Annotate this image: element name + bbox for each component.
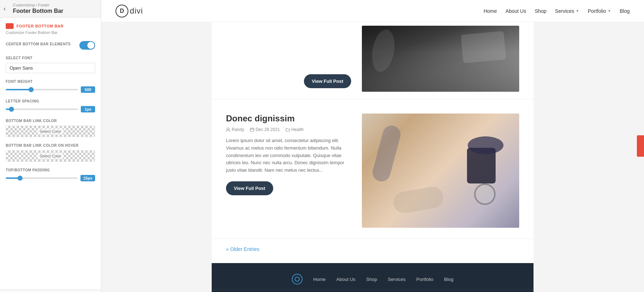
breadcrumb: Customizing • Footer <box>13 3 97 7</box>
top-bottom-padding-control: TOP/BOTTOM PADDING 15px <box>6 168 95 181</box>
panel-title: Footer Bottom Bar <box>13 8 97 14</box>
back-arrow-button[interactable]: ‹ <box>4 5 6 12</box>
calendar-icon <box>250 127 254 132</box>
right-content-area: D divi Home About Us Shop Services ▼ Por… <box>101 0 644 292</box>
bottom-bar-link-hover-color-placeholder: Select Color <box>38 153 63 159</box>
toggle-knob <box>87 42 94 49</box>
panel-top-bar: ‹ Customizing • Footer Footer Bottom Bar <box>0 0 101 17</box>
post-1-title: Donec dignissim <box>226 114 351 124</box>
older-entries-link[interactable]: « Older Entries <box>226 246 259 252</box>
bottom-bar-link-hover-color-control: BOTTOM BAR LINK COLOR ON HOVER Select Co… <box>6 144 95 162</box>
center-bottom-bar-toggle[interactable] <box>79 41 95 50</box>
view-full-post-button-2[interactable]: View Full Post <box>226 181 273 195</box>
portfolio-dropdown-arrow: ▼ <box>608 9 611 13</box>
letter-spacing-slider-row: 1px <box>6 106 95 112</box>
letter-spacing-track[interactable] <box>6 109 78 110</box>
footer-bottom-bar: Designed by Elegant Themes | Powered by … <box>212 290 534 292</box>
section-subtitle: Customize Footer Bottom Bar. <box>6 30 95 35</box>
footer-nav-home[interactable]: Home <box>313 277 326 282</box>
bottom-bar-link-color-control: BOTTOM BAR LINK COLOR Select Color <box>6 119 95 137</box>
font-weight-thumb[interactable] <box>29 87 34 92</box>
post-image-top <box>362 26 519 92</box>
bottom-bar-link-hover-color-label: BOTTOM BAR LINK COLOR ON HOVER <box>6 144 95 147</box>
select-font-label: SELECT FONT <box>6 56 95 60</box>
font-weight-control: FONT WEIGHT 500 <box>6 80 95 93</box>
center-bottom-bar-control: CENTER BOTTOM BAR ELEMENTS <box>6 41 95 50</box>
font-select-input[interactable] <box>6 63 95 73</box>
nav-logo-text: divi <box>130 6 143 16</box>
svg-point-7 <box>227 128 229 130</box>
panel-footer: ◀ Hide Controls <box>0 290 101 292</box>
blog-post-top-partial: View Full Post <box>212 22 534 99</box>
blog-post-1: Donec dignissim Randy <box>212 103 534 239</box>
panel-body: FOOTER BOTTOM BAR Customize Footer Botto… <box>0 17 101 290</box>
services-dropdown-arrow: ▼ <box>576 9 579 13</box>
footer-nav-blog[interactable]: Blog <box>444 277 453 282</box>
site-footer: Home About Us Shop Services Portfolio Bl… <box>212 263 534 292</box>
nav-item-shop[interactable]: Shop <box>535 8 546 14</box>
post-1-image <box>362 114 519 228</box>
post-1-author-meta: Randy <box>226 127 244 132</box>
folder-icon <box>286 127 290 132</box>
nav-menu: Home About Us Shop Services ▼ Portfolio … <box>483 8 630 14</box>
nav-item-about[interactable]: About Us <box>506 8 526 14</box>
section-icon <box>6 23 14 29</box>
letter-spacing-thumb[interactable] <box>9 107 14 112</box>
footer-logo-inner <box>295 277 300 282</box>
center-bottom-bar-label: CENTER BOTTOM BAR ELEMENTS <box>6 42 71 46</box>
older-entries-section: « Older Entries <box>212 239 534 263</box>
bottom-bar-link-color-placeholder: Select Color <box>38 129 63 134</box>
footer-nav-about[interactable]: About Us <box>336 277 355 282</box>
blog-posts: View Full Post Donec dignissim <box>212 22 534 263</box>
bottom-bar-link-hover-color-swatch[interactable]: Select Color <box>6 150 95 162</box>
nav-item-services[interactable]: Services ▼ <box>555 8 579 14</box>
navbar: D divi Home About Us Shop Services ▼ Por… <box>101 0 644 22</box>
author-icon <box>226 127 230 132</box>
letter-spacing-value: 1px <box>81 106 95 112</box>
letter-spacing-control: LETTER SPACING 1px <box>6 99 95 112</box>
top-bottom-padding-label: TOP/BOTTOM PADDING <box>6 168 95 172</box>
nav-item-blog[interactable]: Blog <box>620 8 630 14</box>
view-full-post-button-1[interactable]: View Full Post <box>304 74 351 88</box>
nav-item-portfolio[interactable]: Portfolio ▼ <box>588 8 611 14</box>
top-bottom-padding-slider-row: 15px <box>6 175 95 181</box>
font-weight-value: 500 <box>81 86 95 93</box>
font-weight-slider-row: 500 <box>6 86 95 93</box>
font-weight-track[interactable] <box>6 89 78 90</box>
post-1-meta: Randy Dec 28 2021 <box>226 127 351 132</box>
right-edge-accent <box>637 135 644 157</box>
left-customizer-panel: ‹ Customizing • Footer Footer Bottom Bar… <box>0 0 101 292</box>
footer-logo <box>292 274 303 285</box>
main-content-area: View Full Post Donec dignissim <box>101 22 644 292</box>
letter-spacing-label: LETTER SPACING <box>6 99 95 103</box>
font-weight-label: FONT WEIGHT <box>6 80 95 84</box>
content-wrapper: View Full Post Donec dignissim <box>212 22 534 292</box>
top-bottom-padding-track[interactable] <box>6 177 78 179</box>
post-1-date-meta: Dec 28 2021 <box>250 127 280 132</box>
post-1-category-meta: Health <box>286 127 304 132</box>
footer-nav-services[interactable]: Services <box>388 277 405 282</box>
top-bottom-padding-thumb[interactable] <box>18 176 23 181</box>
svg-rect-8 <box>250 128 254 131</box>
nav-item-home[interactable]: Home <box>483 8 497 14</box>
bottom-bar-link-color-swatch[interactable]: Select Color <box>6 126 95 137</box>
footer-nav-portfolio[interactable]: Portfolio <box>416 277 433 282</box>
section-header: FOOTER BOTTOM BAR <box>6 23 95 29</box>
footer-nav: Home About Us Shop Services Portfolio Bl… <box>212 269 534 290</box>
top-bottom-padding-value: 15px <box>80 175 95 181</box>
footer-nav-shop[interactable]: Shop <box>366 277 377 282</box>
select-font-control: SELECT FONT <box>6 56 95 73</box>
post-1-excerpt: Lorem ipsum dolor sit amet, consectetur … <box>226 137 351 174</box>
section-title-label: FOOTER BOTTOM BAR <box>16 24 64 28</box>
blog-post-1-content: Donec dignissim Randy <box>226 114 351 228</box>
bottom-bar-link-color-label: BOTTOM BAR LINK COLOR <box>6 119 95 123</box>
font-weight-fill <box>6 89 31 90</box>
nav-logo: D divi <box>115 5 143 17</box>
nav-logo-circle: D <box>115 5 128 17</box>
